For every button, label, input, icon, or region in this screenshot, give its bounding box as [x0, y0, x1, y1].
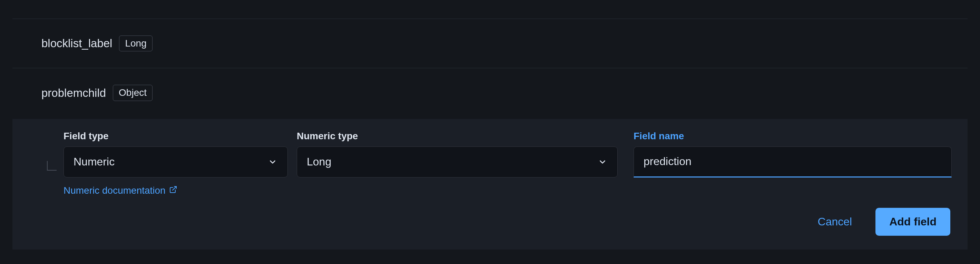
field-name-label: blocklist_label: [41, 37, 112, 50]
type-badge: Long: [119, 35, 152, 51]
numeric-type-select[interactable]: Long: [297, 147, 618, 177]
svg-line-0: [173, 187, 176, 190]
external-link-icon: [169, 185, 177, 196]
field-type-value: Numeric: [73, 155, 267, 168]
doc-link-label: Numeric documentation: [64, 185, 165, 196]
numeric-documentation-link[interactable]: Numeric documentation: [64, 185, 288, 196]
field-type-select[interactable]: Numeric: [64, 147, 288, 177]
field-name-input-wrap[interactable]: [633, 147, 952, 177]
chevron-down-icon: [267, 157, 278, 167]
field-row-problemchild: problemchild Object: [13, 68, 967, 117]
field-row-blocklist-label: blocklist_label Long: [13, 19, 967, 68]
add-field-editor-panel: Field type Numeric Numeric documentation: [13, 119, 967, 250]
chevron-down-icon: [597, 157, 608, 167]
field-name-label: Field name: [633, 131, 952, 142]
numeric-type-value: Long: [307, 155, 597, 168]
type-badge: Object: [113, 85, 153, 101]
field-name-input[interactable]: [644, 155, 942, 168]
tree-connector-icon: [47, 161, 57, 171]
field-name-label: problemchild: [41, 87, 106, 100]
numeric-type-label: Numeric type: [297, 131, 618, 142]
add-field-button[interactable]: Add field: [875, 208, 950, 236]
field-type-label: Field type: [64, 131, 288, 142]
cancel-button[interactable]: Cancel: [804, 208, 866, 236]
